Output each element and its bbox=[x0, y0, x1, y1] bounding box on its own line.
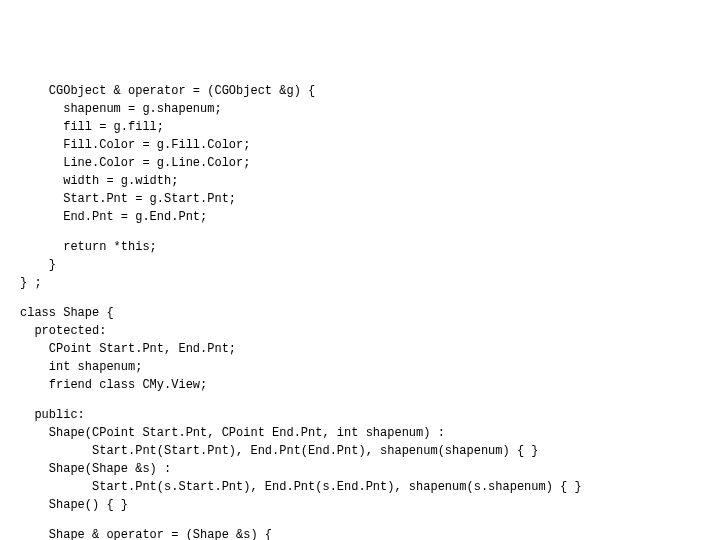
code-line: shapenum = g.shapenum; bbox=[20, 100, 700, 118]
code-line: CPoint Start.Pnt, End.Pnt; bbox=[20, 340, 700, 358]
code-line: return *this; bbox=[20, 238, 700, 256]
code-line: Start.Pnt(Start.Pnt), End.Pnt(End.Pnt), … bbox=[20, 442, 700, 460]
code-line: fill = g.fill; bbox=[20, 118, 700, 136]
code-line: Start.Pnt(s.Start.Pnt), End.Pnt(s.End.Pn… bbox=[20, 478, 700, 496]
code-line: Start.Pnt = g.Start.Pnt; bbox=[20, 190, 700, 208]
code-line: public: bbox=[20, 406, 700, 424]
code-line bbox=[20, 292, 700, 304]
code-line: } bbox=[20, 256, 700, 274]
code-line: int shapenum; bbox=[20, 358, 700, 376]
code-line bbox=[20, 514, 700, 526]
code-line: Line.Color = g.Line.Color; bbox=[20, 154, 700, 172]
code-line: } ; bbox=[20, 274, 700, 292]
code-line: Shape & operator = (Shape &s) { bbox=[20, 526, 700, 540]
code-line: Fill.Color = g.Fill.Color; bbox=[20, 136, 700, 154]
code-line bbox=[20, 394, 700, 406]
code-line: Shape() { } bbox=[20, 496, 700, 514]
code-line bbox=[20, 226, 700, 238]
code-line: Shape(CPoint Start.Pnt, CPoint End.Pnt, … bbox=[20, 424, 700, 442]
code-line: CGObject & operator = (CGObject &g) { bbox=[20, 82, 700, 100]
code-line: width = g.width; bbox=[20, 172, 700, 190]
code-line: End.Pnt = g.End.Pnt; bbox=[20, 208, 700, 226]
code-line: friend class CMy.View; bbox=[20, 376, 700, 394]
code-line: class Shape { bbox=[20, 304, 700, 322]
code-line: protected: bbox=[20, 322, 700, 340]
code-block: CGObject & operator = (CGObject &g) { sh… bbox=[20, 82, 700, 540]
code-line: Shape(Shape &s) : bbox=[20, 460, 700, 478]
